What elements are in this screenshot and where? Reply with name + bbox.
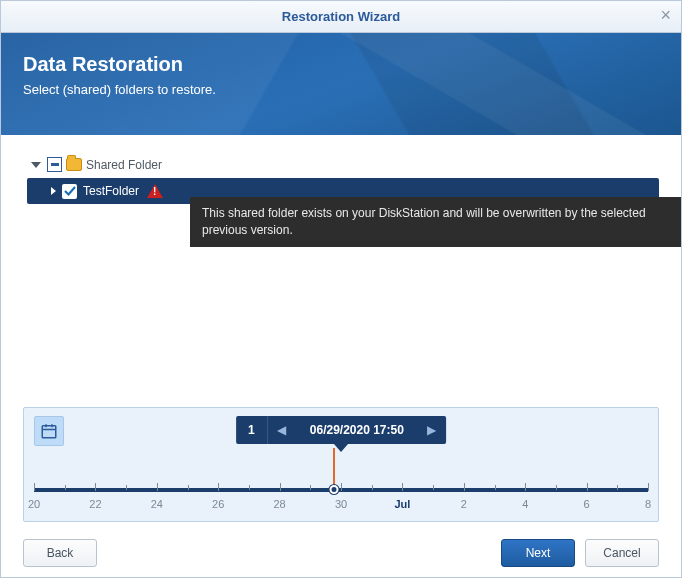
axis-label: 30	[335, 498, 347, 510]
axis-label: 2	[461, 498, 467, 510]
axis-tick	[280, 483, 281, 491]
axis-tick	[587, 483, 588, 491]
back-button[interactable]: Back	[23, 539, 97, 567]
prev-version-button[interactable]: ◀	[268, 423, 296, 437]
warning-icon	[147, 184, 163, 198]
axis-minor-tick	[433, 485, 434, 490]
timeline-axis[interactable]: 202224262830Jul2468	[34, 480, 648, 510]
caret-down-icon[interactable]	[31, 162, 41, 168]
axis-tick	[341, 483, 342, 491]
root-folder-label: Shared Folder	[86, 158, 162, 172]
calendar-button[interactable]	[34, 416, 64, 446]
tooltip-text: This shared folder exists on your DiskSt…	[202, 206, 646, 237]
folder-icon	[66, 158, 82, 171]
svg-rect-0	[42, 426, 56, 438]
timeline-panel: 1 ◀ 06/29/2020 17:50 ▶ 202224262830Jul24…	[23, 407, 659, 522]
snapshot-marker-dot[interactable]	[330, 485, 339, 494]
axis-tick	[464, 483, 465, 491]
tree-root-row[interactable]: Shared Folder	[23, 155, 659, 174]
warning-tooltip: This shared folder exists on your DiskSt…	[190, 197, 681, 247]
tristate-checkbox[interactable]	[47, 157, 62, 172]
axis-label: 20	[28, 498, 40, 510]
page-title: Data Restoration	[23, 53, 659, 76]
axis-label: 26	[212, 498, 224, 510]
cancel-button[interactable]: Cancel	[585, 539, 659, 567]
page-subtitle: Select (shared) folders to restore.	[23, 82, 659, 97]
axis-minor-tick	[188, 485, 189, 490]
navigator-pointer-icon	[334, 444, 348, 452]
axis-minor-tick	[126, 485, 127, 490]
close-icon[interactable]: ×	[660, 5, 671, 26]
axis-tick	[218, 483, 219, 491]
child-folder-label: TestFolder	[83, 184, 139, 198]
axis-label: 8	[645, 498, 651, 510]
axis-tick	[402, 483, 403, 491]
wizard-footer: Back Next Cancel	[1, 529, 681, 577]
title-bar: Restoration Wizard ×	[1, 1, 681, 33]
header-banner: Data Restoration Select (shared) folders…	[1, 33, 681, 135]
window-title: Restoration Wizard	[282, 9, 400, 24]
axis-label: 28	[273, 498, 285, 510]
caret-right-icon[interactable]	[51, 187, 56, 195]
axis-label: 6	[584, 498, 590, 510]
axis-tick	[95, 483, 96, 491]
axis-tick	[648, 483, 649, 491]
version-count: 1	[236, 416, 268, 444]
axis-minor-tick	[65, 485, 66, 490]
version-navigator: 1 ◀ 06/29/2020 17:50 ▶	[236, 416, 446, 444]
next-version-button[interactable]: ▶	[418, 423, 446, 437]
axis-minor-tick	[495, 485, 496, 490]
axis-tick	[34, 483, 35, 491]
axis-label: Jul	[394, 498, 410, 510]
wizard-window: Restoration Wizard × Data Restoration Se…	[0, 0, 682, 578]
axis-minor-tick	[310, 485, 311, 490]
axis-label: 4	[522, 498, 528, 510]
axis-minor-tick	[617, 485, 618, 490]
next-button[interactable]: Next	[501, 539, 575, 567]
axis-tick	[525, 483, 526, 491]
axis-label: 24	[151, 498, 163, 510]
axis-minor-tick	[249, 485, 250, 490]
axis-label: 22	[89, 498, 101, 510]
axis-minor-tick	[372, 485, 373, 490]
calendar-icon	[40, 422, 58, 440]
axis-tick	[157, 483, 158, 491]
checkbox-checked[interactable]	[62, 184, 77, 199]
axis-minor-tick	[556, 485, 557, 490]
version-datetime: 06/29/2020 17:50	[296, 423, 418, 437]
snapshot-marker-line	[333, 448, 335, 490]
